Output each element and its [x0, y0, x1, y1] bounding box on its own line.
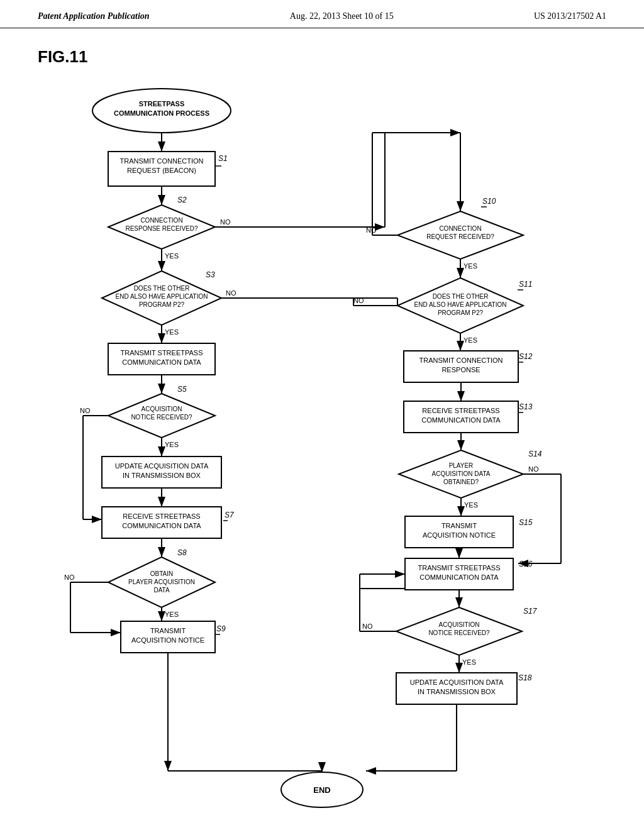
s7-line1: RECEIVE STREETPASS	[123, 512, 200, 520]
s7-label: S7	[225, 511, 235, 519]
s11-label: S11	[519, 280, 532, 289]
header-patent-number: US 2013/217502 A1	[534, 11, 606, 21]
s17-yes: YES	[462, 658, 476, 666]
s11-d3: PROGRAM P2?	[438, 309, 484, 316]
s10-label: S10	[482, 197, 496, 206]
s16-label: S16	[519, 560, 533, 568]
s16-line2: COMMUNICATION DATA	[419, 573, 499, 581]
s13-line1: RECEIVE STREETPASS	[422, 407, 499, 414]
header-publication-label: Patent Application Publication	[38, 11, 150, 21]
s5-d1: ACQUISITION	[141, 406, 182, 412]
s10-no: NO	[366, 226, 377, 234]
s16-line1: TRANSMIT STREETPASS	[418, 564, 500, 572]
s11-d1: DOES THE OTHER	[433, 293, 489, 300]
s17-label: S17	[523, 607, 538, 616]
s18-line2: IN TRANSMISSION BOX	[418, 688, 496, 695]
fig-label: FIG.11	[38, 47, 606, 67]
s5-d2: NOTICE RECEIVED?	[131, 414, 192, 421]
diagram-area: FIG.11 STREETPASS COMMUNICATION PROCESS …	[0, 28, 644, 830]
s4-line2: COMMUNICATION DATA	[122, 358, 201, 366]
s10-d1: CONNECTION	[439, 225, 481, 232]
s8-d1: OBTAIN	[150, 570, 173, 577]
s2-no: NO	[220, 218, 231, 226]
s3-d2: END ALSO HAVE APPLICATION	[116, 293, 208, 300]
s12-label: S12	[519, 352, 533, 361]
flowchart-svg: STREETPASS COMMUNICATION PROCESS TRANSMI…	[45, 79, 599, 821]
s17-d1: ACQUISITION	[438, 621, 479, 628]
s10-d2: REQUEST RECEIVED?	[426, 233, 494, 240]
s14-yes: YES	[464, 501, 478, 509]
s13-line2: COMMUNICATION DATA	[421, 416, 501, 424]
s14-no: NO	[528, 465, 539, 473]
s14-label: S14	[528, 450, 542, 458]
page-header: Patent Application Publication Aug. 22, …	[0, 0, 644, 28]
s8-no: NO	[64, 573, 75, 581]
s17-no: NO	[362, 622, 373, 630]
s14-d1: PLAYER	[449, 462, 474, 469]
s2-yes: YES	[165, 252, 179, 260]
s1-label: S1	[218, 154, 228, 163]
start-label: STREETPASS	[139, 100, 185, 108]
s12-line1: TRANSMIT CONNECTION	[419, 357, 502, 364]
s17-d2: NOTICE RECEIVED?	[428, 629, 490, 636]
s1-line2: REQUEST (BEACON)	[127, 167, 196, 174]
s15-label: S15	[519, 518, 533, 527]
s11-yes: YES	[464, 336, 477, 344]
s4-line1: TRANSMIT STREETPASS	[120, 349, 203, 357]
s5-label: S5	[177, 385, 187, 394]
s14-d3: OBTAINED?	[443, 479, 479, 485]
s9-line2: ACQUISITION NOTICE	[131, 636, 204, 644]
s18-line1: UPDATE ACQUISITION DATA	[410, 678, 504, 686]
start-label2: COMMUNICATION PROCESS	[114, 109, 209, 117]
s9-line1: TRANSMIT	[150, 627, 186, 634]
flowchart-container: STREETPASS COMMUNICATION PROCESS TRANSMI…	[38, 79, 606, 821]
s12-line2: RESPONSE	[441, 366, 480, 374]
s18-label: S18	[518, 673, 532, 682]
s7-line2: COMMUNICATION DATA	[122, 522, 201, 529]
s3-label: S3	[206, 270, 215, 279]
s3-yes: YES	[165, 328, 179, 336]
s14-d2: ACQUISITION DATA	[432, 470, 491, 477]
s15-line2: ACQUISITION NOTICE	[423, 531, 496, 539]
s8-d2: PLAYER ACQUISITION	[128, 578, 195, 585]
s6-line2: IN TRANSMISSION BOX	[123, 472, 201, 479]
s3-no: NO	[226, 289, 236, 297]
s8-d3: DATA	[153, 587, 170, 594]
s1-line1: TRANSMIT CONNECTION	[119, 157, 203, 165]
s10-yes: YES	[464, 262, 477, 270]
header-date-sheet: Aug. 22, 2013 Sheet 10 of 15	[290, 11, 394, 21]
s3-d3: PROGRAM P2?	[139, 301, 185, 308]
s8-yes-impl: YES	[165, 611, 179, 618]
s13-label: S13	[519, 402, 533, 411]
s2-d2: RESPONSE RECEIVED?	[125, 225, 197, 232]
s15-line1: TRANSMIT	[441, 522, 477, 529]
s2-d1: CONNECTION	[140, 217, 182, 224]
s5-yes: YES	[165, 441, 179, 448]
s5-no: NO	[80, 407, 91, 414]
s3-d1: DOES THE OTHER	[134, 285, 190, 292]
end-label: END	[313, 785, 330, 795]
s2-label: S2	[177, 196, 187, 204]
s9-label: S9	[216, 624, 226, 633]
s8-label: S8	[177, 548, 187, 557]
s6-line1: UPDATE ACQUISITION DATA	[115, 462, 209, 470]
s11-d2: END ALSO HAVE APPLICATION	[414, 301, 507, 308]
